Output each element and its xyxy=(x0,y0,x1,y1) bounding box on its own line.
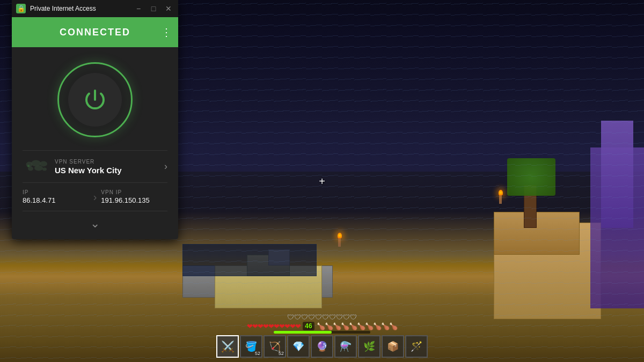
svg-point-6 xyxy=(34,166,43,171)
hunger-icons: 🍗🍗🍗🍗🍗🍗🍗🍗🍗🍗 xyxy=(317,322,397,330)
crosshair: + xyxy=(319,176,325,187)
world-map-icon xyxy=(23,157,49,176)
svg-point-7 xyxy=(42,168,47,171)
hud: 🛡🛡🛡🛡🛡🛡🛡🛡🛡🛡 ❤❤❤❤❤❤❤❤❤❤ 46 🍗🍗🍗🍗🍗🍗🍗🍗🍗🍗 ⚔️ 🪣… xyxy=(0,313,644,362)
ip-divider-icon: › xyxy=(93,191,97,203)
minimize-button[interactable]: − xyxy=(133,3,144,14)
heart-icons: ❤❤❤❤❤❤❤❤❤❤ xyxy=(247,322,301,330)
close-button[interactable]: ✕ xyxy=(163,3,174,14)
server-info: VPN SERVER US New York City xyxy=(55,159,160,175)
hotbar-slot-9: 🪄 xyxy=(405,335,428,358)
expand-chevron-icon[interactable]: ⌄ xyxy=(90,217,100,231)
power-button-area xyxy=(23,62,167,137)
vpn-ip-label: VPN IP xyxy=(101,189,167,195)
more-section: ⌄ xyxy=(23,211,167,231)
power-circle xyxy=(57,62,133,137)
vpn-ip-value: 191.96.150.135 xyxy=(101,196,167,204)
svg-point-4 xyxy=(40,161,47,167)
connected-text: CONNECTED xyxy=(60,27,130,38)
hotbar: ⚔️ 🪣 52 🏹 52 💎 🔮 ⚗️ 🌿 📦 🪄 xyxy=(216,335,428,358)
vpn-ip-block: VPN IP 191.96.150.135 xyxy=(101,189,167,204)
pia-app-icon: 🔒 xyxy=(16,4,26,13)
hotbar-slot-5: 🔮 xyxy=(311,335,333,358)
window-controls: − □ ✕ xyxy=(133,3,174,14)
pia-header: CONNECTED ⋮ xyxy=(12,17,178,47)
slot3-count: 52 xyxy=(279,351,284,356)
hotbar-slot-8: 📦 xyxy=(382,335,404,358)
maximize-button[interactable]: □ xyxy=(148,3,159,14)
pia-menu-button[interactable]: ⋮ xyxy=(161,27,172,38)
hotbar-slot-2: 🪣 52 xyxy=(240,335,262,358)
hotbar-slot-4: 💎 xyxy=(287,335,310,358)
hotbar-slot-6: ⚗️ xyxy=(334,335,357,358)
power-button[interactable] xyxy=(68,73,122,127)
hotbar-slot-1: ⚔️ xyxy=(216,335,239,358)
pia-titlebar: 🔒 Private Internet Access − □ ✕ xyxy=(12,0,178,17)
xp-bar-fill xyxy=(274,331,332,334)
ip-section: IP 86.18.4.71 › VPN IP 191.96.150.135 xyxy=(23,182,167,211)
pia-title: Private Internet Access xyxy=(30,5,133,12)
vpn-server-name: US New York City xyxy=(55,166,160,175)
xp-level: 46 xyxy=(303,322,314,330)
vpn-server-label: VPN SERVER xyxy=(55,159,160,165)
vpn-server-section[interactable]: VPN SERVER US New York City › xyxy=(23,150,167,182)
xp-bar-bg xyxy=(274,331,370,334)
armor-icons: 🛡🛡🛡🛡🛡🛡🛡🛡🛡🛡 xyxy=(287,313,357,321)
ip-label: IP xyxy=(23,189,89,195)
ip-value: 86.18.4.71 xyxy=(23,196,89,204)
hotbar-slot-7: 🌿 xyxy=(358,335,380,358)
svg-point-8 xyxy=(28,165,30,167)
pia-body: VPN SERVER US New York City › IP 86.18.4… xyxy=(12,47,178,239)
ip-block: IP 86.18.4.71 xyxy=(23,189,89,204)
server-chevron-icon: › xyxy=(164,161,167,172)
hotbar-slot-3: 🏹 52 xyxy=(264,335,286,358)
pia-window: 🔒 Private Internet Access − □ ✕ CONNECTE… xyxy=(12,0,178,239)
power-icon xyxy=(82,86,108,113)
slot2-count: 52 xyxy=(255,351,260,356)
